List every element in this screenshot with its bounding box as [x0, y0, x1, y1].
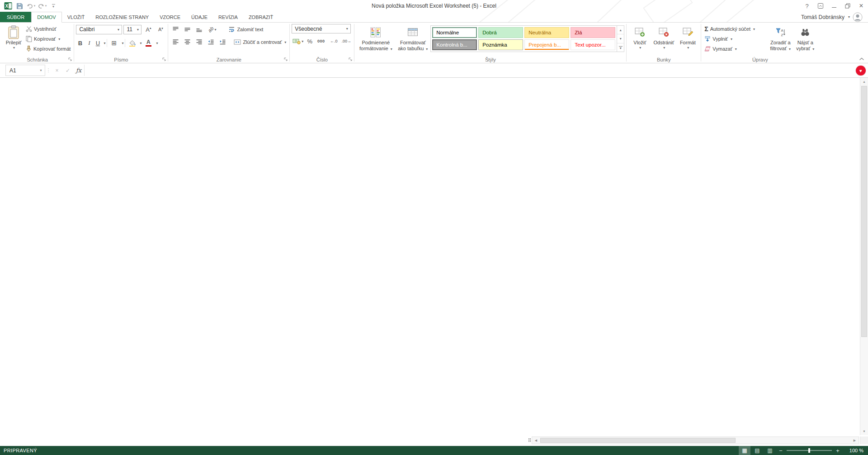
copy-button[interactable]: Kopírovať ▾	[24, 34, 72, 44]
font-dialog-launcher[interactable]	[162, 57, 166, 62]
name-box[interactable]: A1 ▾	[5, 65, 45, 76]
format-table-dropdown-icon[interactable]: ▾	[426, 47, 428, 51]
zoom-slider-thumb[interactable]	[808, 448, 810, 453]
borders-dropdown-icon[interactable]: ▾	[122, 41, 123, 45]
tab-file[interactable]: SÚBOR	[0, 12, 31, 22]
align-top-button[interactable]	[170, 24, 181, 34]
minimize-button[interactable]	[827, 0, 841, 12]
tab-data[interactable]: ÚDAJE	[186, 12, 213, 22]
avatar-icon[interactable]	[853, 12, 863, 22]
conditional-dropdown-icon[interactable]: ▾	[391, 47, 392, 51]
orientation-dropdown-icon[interactable]: ▾	[215, 28, 217, 32]
ribbon-display-options-button[interactable]	[814, 0, 827, 12]
insert-dropdown-icon[interactable]: ▾	[639, 46, 641, 50]
copy-dropdown-icon[interactable]: ▾	[58, 37, 60, 41]
account-dropdown-icon[interactable]: ▾	[848, 15, 850, 19]
orientation-button[interactable]: ab ▾	[205, 24, 219, 34]
increase-indent-button[interactable]	[217, 37, 228, 47]
align-bottom-button[interactable]	[193, 24, 204, 34]
bold-button[interactable]: B	[76, 38, 84, 48]
tab-formulas[interactable]: VZORCE	[154, 12, 186, 22]
font-color-button[interactable]: A	[143, 38, 154, 48]
formula-input[interactable]	[84, 65, 868, 76]
zoom-out-button[interactable]: −	[777, 447, 785, 454]
gallery-more-button[interactable]: ▼	[617, 43, 624, 52]
insert-function-button[interactable]: ƒx	[73, 65, 84, 76]
restore-button[interactable]	[841, 0, 854, 12]
decrease-font-size-button[interactable]: A▾	[155, 24, 166, 34]
font-size-dropdown-icon[interactable]: ▾	[134, 28, 141, 32]
scroll-left-icon[interactable]: ◀	[532, 437, 540, 444]
accounting-dropdown-icon[interactable]: ▾	[302, 39, 303, 43]
tab-insert[interactable]: VLOŽIŤ	[62, 12, 90, 22]
scroll-up-icon[interactable]: ▲	[860, 78, 868, 85]
scroll-down-icon[interactable]: ▼	[860, 427, 868, 435]
comma-style-button[interactable]: 000	[315, 36, 327, 46]
formula-bar-grip[interactable]: ⋮	[45, 67, 52, 73]
tab-review[interactable]: REVÍZIA	[213, 12, 243, 22]
zoom-level[interactable]: 100 %	[843, 448, 863, 453]
align-right-button[interactable]	[193, 37, 204, 47]
tab-home[interactable]: DOMOV	[31, 12, 62, 23]
number-format-combo[interactable]: Všeobecné ▾	[292, 24, 351, 33]
number-format-dropdown-icon[interactable]: ▾	[344, 27, 350, 31]
close-button[interactable]: ×	[854, 0, 868, 12]
underline-dropdown-icon[interactable]: ▾	[104, 41, 105, 45]
borders-button[interactable]: ⊞	[108, 38, 119, 48]
find-select-dropdown-icon[interactable]: ▾	[812, 47, 814, 51]
fill-color-button[interactable]	[127, 38, 137, 48]
align-center-button[interactable]	[182, 37, 193, 47]
tab-split-handle[interactable]	[527, 436, 532, 444]
format-dropdown-icon[interactable]: ▾	[687, 46, 689, 50]
gallery-scroll-up-button[interactable]: ▲	[617, 26, 624, 34]
insert-cells-button[interactable]: Vložiť ▾	[628, 24, 651, 51]
format-as-table-button[interactable]: Formátovať ako tabuľku ▾	[395, 24, 430, 52]
fill-button[interactable]: Vyplniť ▾	[703, 34, 767, 44]
merge-dropdown-icon[interactable]: ▾	[284, 40, 286, 44]
account-area[interactable]: Tomáš Dobránsky ▾	[801, 12, 868, 22]
increase-font-size-button[interactable]: A▴	[143, 24, 154, 34]
cell-style-neutral[interactable]: Neutrálna	[524, 27, 569, 38]
user-name[interactable]: Tomáš Dobránsky	[801, 14, 844, 20]
undo-dropdown-icon[interactable]: ▾	[34, 4, 36, 8]
tab-page-layout[interactable]: ROZLOŽENIE STRANY	[90, 12, 154, 22]
font-color-dropdown-icon[interactable]: ▾	[156, 41, 158, 45]
align-middle-button[interactable]	[182, 24, 193, 34]
cell-style-warning[interactable]: Text upozor...	[571, 39, 615, 50]
zoom-slider[interactable]	[787, 450, 832, 451]
page-layout-view-button[interactable]: ▤	[751, 446, 763, 455]
autosum-button[interactable]: Σ Automatický súčet ▾	[703, 24, 767, 34]
page-break-view-button[interactable]: ▥	[764, 446, 776, 455]
horizontal-scrollbar-thumb[interactable]	[540, 438, 736, 443]
format-painter-button[interactable]: Kopírovať formát	[24, 44, 72, 54]
vertical-scrollbar[interactable]: ▲ ▼	[860, 78, 868, 435]
font-family-combo[interactable]: Calibri ▾	[76, 25, 122, 34]
gallery-scroll-down-button[interactable]: ▼	[617, 34, 624, 43]
collapse-ribbon-button[interactable]	[859, 57, 864, 61]
cut-button[interactable]: Vystrihnúť	[24, 24, 72, 34]
paste-dropdown-icon[interactable]: ▾	[13, 46, 15, 50]
underline-button[interactable]: U	[94, 38, 101, 48]
sort-filter-button[interactable]: AZ Zoradiť a filtrovať ▾	[767, 24, 793, 52]
wrap-text-button[interactable]: Zalomiť text	[227, 24, 264, 34]
cell-style-note[interactable]: Poznámka	[478, 39, 523, 50]
cancel-button[interactable]: ×	[52, 65, 62, 76]
clear-dropdown-icon[interactable]: ▾	[735, 47, 737, 51]
italic-button[interactable]: I	[85, 38, 93, 48]
scroll-right-icon[interactable]: ▶	[851, 437, 859, 444]
clipboard-dialog-launcher[interactable]	[68, 57, 72, 62]
cell-style-good[interactable]: Dobrá	[478, 27, 523, 38]
font-size-combo[interactable]: 11 ▾	[123, 25, 142, 34]
percent-style-button[interactable]: %	[305, 36, 314, 46]
cell-style-linked[interactable]: Prepojená b...	[524, 39, 569, 50]
help-button[interactable]: ?	[800, 0, 814, 12]
worksheet-area[interactable]: ▲ ▼ ◀ ▶	[0, 78, 868, 446]
undo-button[interactable]: ▾	[25, 0, 36, 11]
redo-button[interactable]: ▾	[37, 0, 47, 11]
delete-cells-button[interactable]: Odstrániť ▾	[651, 24, 676, 51]
tab-view[interactable]: ZOBRAZIŤ	[243, 12, 278, 22]
name-box-dropdown-icon[interactable]: ▾	[37, 65, 45, 76]
normal-view-button[interactable]: ▦	[739, 446, 750, 455]
fill-color-dropdown-icon[interactable]: ▾	[140, 41, 142, 45]
vertical-scrollbar-thumb[interactable]	[861, 86, 867, 337]
